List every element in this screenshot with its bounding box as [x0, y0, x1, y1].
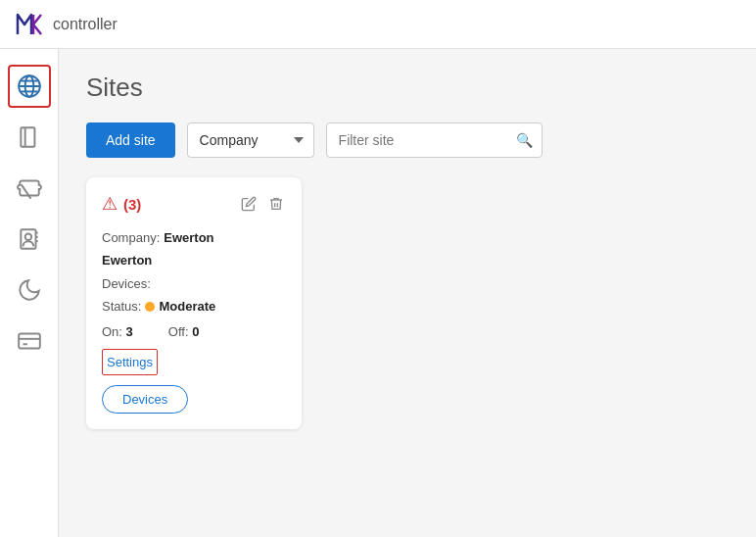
sidebar-item-contacts[interactable]: [8, 218, 51, 261]
card-actions: [239, 194, 286, 214]
sidebar-item-tickets[interactable]: [8, 167, 51, 210]
company-label: Company:: [102, 226, 160, 249]
delete-button[interactable]: [266, 194, 286, 214]
filter-site-input[interactable]: [326, 122, 543, 158]
edit-button[interactable]: [239, 194, 259, 214]
devices-button[interactable]: Devices: [102, 385, 188, 414]
site-card: ⚠ (3): [86, 177, 302, 429]
card-header: ⚠ (3): [102, 193, 286, 215]
devices-label: Devices:: [102, 272, 151, 295]
on-value: 3: [126, 324, 133, 339]
sidebar-item-sites[interactable]: [8, 65, 51, 108]
on-count: On: 3: [102, 320, 133, 343]
main-content: Sites Add site Company 🔍 ⚠ (3): [59, 49, 756, 537]
settings-link[interactable]: Settings: [102, 349, 158, 375]
moon-icon: [17, 277, 42, 303]
sidebar-item-book[interactable]: [8, 116, 51, 159]
contacts-icon: [17, 226, 42, 252]
sidebar-item-moon[interactable]: [8, 268, 51, 312]
status-dot: [145, 302, 155, 312]
card-icon: [17, 328, 42, 354]
logo: controller: [16, 11, 118, 38]
on-off-row: On: 3 Off: 0: [102, 320, 286, 343]
card-alert: ⚠ (3): [102, 193, 141, 215]
off-label: Off:: [168, 324, 189, 339]
book-icon: [17, 124, 42, 150]
svg-point-9: [24, 234, 31, 241]
globe-icon: [17, 73, 42, 99]
sidebar: [0, 49, 59, 537]
ticket-icon: [17, 175, 42, 201]
off-value: 0: [192, 324, 199, 339]
card-body: Company: Ewerton Ewerton Devices: Status…: [102, 226, 286, 414]
page-title: Sites: [86, 73, 729, 103]
company-name-row: Ewerton: [102, 249, 286, 271]
company-name: Ewerton: [102, 249, 152, 271]
layout: Sites Add site Company 🔍 ⚠ (3): [0, 49, 756, 537]
alert-icon: ⚠: [102, 193, 118, 215]
off-count: Off: 0: [168, 320, 200, 343]
alert-count: (3): [123, 196, 141, 213]
status-label: Status:: [102, 295, 141, 317]
devices-row: Devices:: [102, 272, 286, 295]
svg-rect-13: [19, 333, 40, 348]
status-value: Moderate: [159, 295, 215, 317]
sidebar-item-card[interactable]: [8, 319, 51, 363]
status-row: Status: Moderate: [102, 295, 286, 317]
company-value: Ewerton: [164, 226, 213, 249]
on-label: On:: [102, 324, 122, 339]
edit-icon: [241, 196, 257, 212]
trash-icon: [268, 196, 284, 212]
toolbar: Add site Company 🔍: [86, 122, 729, 158]
header: controller: [0, 0, 756, 49]
company-row: Company: Ewerton: [102, 226, 286, 249]
svg-rect-5: [21, 127, 34, 147]
logo-icon: [16, 11, 51, 38]
filter-site-wrap: 🔍: [326, 122, 543, 158]
logo-text: controller: [53, 16, 118, 33]
add-site-button[interactable]: Add site: [86, 122, 175, 158]
company-select[interactable]: Company: [187, 122, 314, 158]
